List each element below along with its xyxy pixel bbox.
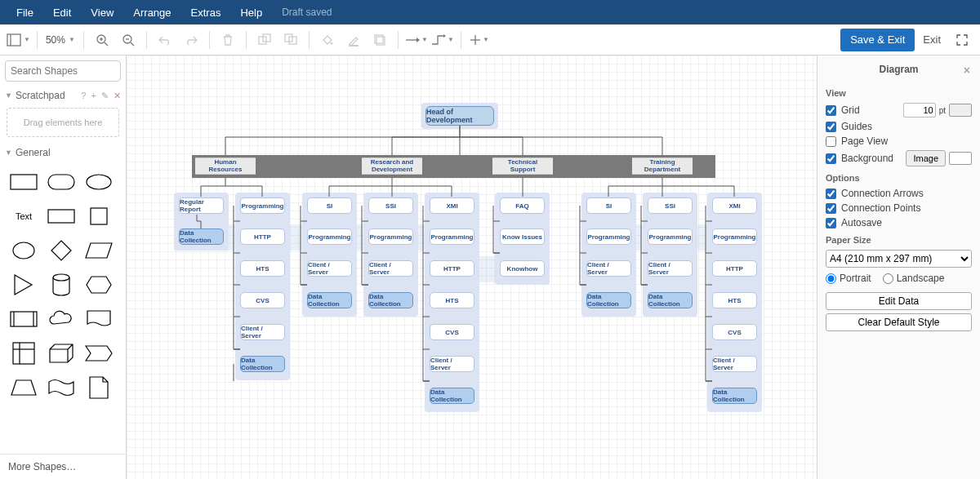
node[interactable]: Data Collection — [430, 388, 474, 404]
zoom-in-button[interactable] — [91, 29, 114, 51]
node[interactable]: Know Issues — [500, 228, 545, 245]
edit-data-button[interactable]: Edit Data — [826, 292, 972, 310]
node[interactable]: Client / Server — [648, 260, 693, 277]
node[interactable]: Programming — [368, 228, 413, 245]
menu-arrange[interactable]: Arrange — [123, 7, 180, 19]
node[interactable]: SSI — [368, 197, 413, 214]
guides-toggle[interactable]: Guides — [826, 121, 972, 132]
scratchpad-header[interactable]: ▼ Scratchpad ? + ✎ ✕ — [0, 86, 126, 104]
node[interactable]: Client / Server — [586, 260, 631, 277]
node[interactable]: Programming — [430, 228, 474, 245]
connection-button[interactable]: ▼ — [405, 29, 428, 51]
exit-button[interactable]: Exit — [915, 33, 949, 46]
zoom-level[interactable]: 50%▼ — [42, 34, 78, 46]
shape-cylinder[interactable] — [42, 268, 80, 302]
autosave-toggle[interactable]: Autosave — [826, 217, 972, 228]
shape-trapezoid[interactable] — [5, 370, 42, 405]
node[interactable]: SI — [586, 197, 631, 214]
shape-ellipse[interactable] — [80, 165, 118, 199]
scratchpad-drop[interactable]: Drag elements here — [7, 108, 119, 137]
dept-hr[interactable]: Human Resources — [195, 157, 256, 175]
shape-diamond[interactable] — [42, 233, 80, 268]
grid-toggle[interactable]: Grid pt — [826, 103, 972, 118]
conn-arrows-checkbox[interactable] — [826, 188, 836, 199]
landscape-radio[interactable]: Landscape — [883, 273, 945, 284]
node[interactable]: HTTP — [240, 228, 285, 245]
dept-ts[interactable]: Technical Support — [492, 157, 553, 175]
shape-step[interactable] — [80, 336, 118, 370]
shape-text[interactable]: Text — [5, 199, 42, 233]
shadow-button[interactable] — [368, 29, 391, 51]
redo-button[interactable] — [180, 29, 203, 51]
node[interactable]: SI — [307, 197, 352, 214]
shape-triangle[interactable] — [5, 268, 42, 302]
to-back-button[interactable] — [279, 29, 302, 51]
dept-td[interactable]: Training Department — [632, 157, 693, 175]
shape-circle[interactable] — [5, 233, 42, 268]
node[interactable]: Client / Server — [712, 356, 757, 372]
node[interactable]: Data Collection — [586, 292, 631, 308]
shape-cube[interactable] — [42, 336, 80, 370]
node[interactable]: Programming — [712, 228, 757, 245]
undo-button[interactable] — [154, 29, 176, 51]
menu-edit[interactable]: Edit — [43, 7, 81, 19]
node[interactable]: Data Collection — [368, 292, 413, 308]
node[interactable]: Client / Server — [430, 356, 474, 372]
close-icon[interactable]: ✕ — [114, 91, 121, 100]
node[interactable]: SSI — [648, 197, 693, 214]
menu-extras[interactable]: Extras — [181, 7, 231, 19]
node[interactable]: Data Collection — [712, 388, 757, 404]
shape-table[interactable] — [5, 336, 42, 370]
add-button[interactable]: ▼ — [468, 29, 491, 51]
general-header[interactable]: ▼ General — [0, 144, 126, 162]
shape-cloud[interactable] — [42, 302, 80, 336]
fill-color-button[interactable] — [316, 29, 339, 51]
canvas[interactable]: Head of Development Human Resources Rese… — [127, 55, 817, 479]
view-mode-button[interactable]: ▼ — [7, 29, 30, 51]
conn-points-toggle[interactable]: Connection Points — [826, 202, 972, 214]
dept-rd[interactable]: Research and Development — [362, 157, 422, 175]
node[interactable]: Data Collection — [240, 356, 285, 372]
grid-checkbox[interactable] — [826, 105, 836, 116]
node-head-of-development[interactable]: Head of Development — [425, 106, 494, 126]
edit-icon[interactable]: ✎ — [101, 91, 109, 100]
pageview-checkbox[interactable] — [826, 136, 836, 147]
grid-size-input[interactable] — [903, 103, 936, 118]
node[interactable]: Programming — [307, 228, 352, 245]
line-color-button[interactable] — [342, 29, 365, 51]
shape-rect-wide[interactable] — [42, 199, 80, 233]
shape-hexagon[interactable] — [80, 268, 118, 302]
shape-roundrect[interactable] — [42, 165, 80, 199]
shape-document[interactable] — [80, 302, 118, 336]
node[interactable]: FAQ — [500, 197, 545, 214]
shape-process[interactable] — [5, 302, 42, 336]
shape-parallelogram[interactable] — [80, 233, 118, 268]
node[interactable]: HTS — [240, 260, 285, 277]
node[interactable]: CVS — [430, 324, 474, 340]
node[interactable]: HTTP — [712, 260, 757, 277]
col-prog[interactable] — [235, 193, 290, 380]
delete-button[interactable] — [216, 29, 239, 51]
node[interactable]: Data Collection — [648, 292, 693, 308]
add-icon[interactable]: + — [91, 91, 96, 100]
zoom-out-button[interactable] — [117, 29, 140, 51]
node[interactable]: Client / Server — [307, 260, 352, 277]
search-shapes[interactable] — [5, 60, 121, 82]
node[interactable]: CVS — [712, 324, 757, 340]
help-icon[interactable]: ? — [81, 91, 86, 100]
image-button[interactable]: Image — [906, 150, 946, 166]
grid-color-swatch[interactable] — [949, 104, 972, 117]
node[interactable]: HTS — [712, 292, 757, 308]
autosave-checkbox[interactable] — [826, 218, 836, 228]
node[interactable]: CVS — [240, 292, 285, 308]
paper-size-select[interactable]: A4 (210 mm x 297 mm) — [826, 250, 972, 268]
node[interactable]: HTTP — [430, 260, 474, 277]
node[interactable]: Client / Server — [368, 260, 413, 277]
shape-tape[interactable] — [42, 370, 80, 405]
node[interactable]: XMI — [430, 197, 474, 214]
background-checkbox[interactable] — [826, 153, 836, 164]
menu-file[interactable]: File — [7, 7, 43, 19]
portrait-radio[interactable]: Portrait — [826, 273, 871, 284]
shape-square[interactable] — [80, 199, 118, 233]
node[interactable]: Client / Server — [240, 324, 285, 340]
